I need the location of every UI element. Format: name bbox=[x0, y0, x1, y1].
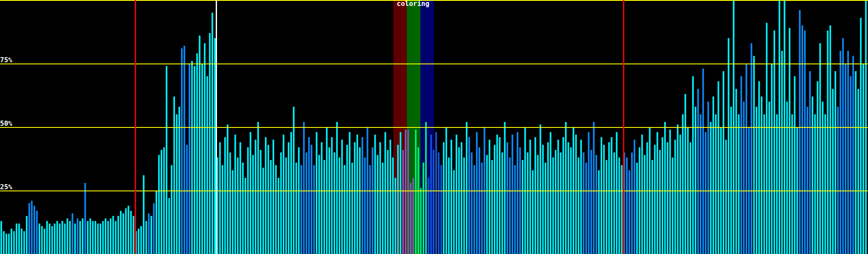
bar bbox=[852, 56, 854, 254]
bar bbox=[453, 170, 455, 254]
bar bbox=[115, 221, 117, 254]
bar bbox=[514, 165, 516, 254]
bar bbox=[280, 152, 282, 254]
bar bbox=[646, 142, 648, 254]
bar bbox=[283, 135, 284, 254]
bar bbox=[506, 142, 508, 254]
bar bbox=[362, 137, 363, 254]
bar bbox=[273, 140, 274, 254]
bar bbox=[458, 147, 460, 254]
bar bbox=[641, 135, 643, 254]
gridline-75 bbox=[0, 64, 868, 64]
bar bbox=[349, 132, 351, 254]
bar bbox=[540, 124, 541, 254]
bar bbox=[534, 137, 536, 254]
chart-title: coloring bbox=[397, 0, 429, 7]
bar bbox=[21, 229, 22, 254]
bar bbox=[178, 107, 180, 254]
bar bbox=[168, 198, 170, 254]
bar bbox=[67, 218, 68, 254]
bar bbox=[568, 142, 569, 254]
bar bbox=[130, 211, 132, 254]
bar bbox=[789, 28, 790, 254]
bar bbox=[552, 157, 554, 254]
bar bbox=[295, 163, 297, 254]
bar bbox=[232, 170, 234, 254]
bar bbox=[341, 140, 343, 254]
bar bbox=[156, 190, 157, 254]
bar bbox=[862, 64, 864, 254]
bar bbox=[351, 163, 353, 254]
bar bbox=[580, 140, 582, 254]
bar bbox=[468, 137, 470, 254]
bar bbox=[222, 165, 223, 254]
bar bbox=[481, 163, 483, 254]
bar bbox=[204, 43, 206, 254]
bar bbox=[196, 53, 198, 254]
bar bbox=[316, 132, 317, 254]
bar bbox=[781, 51, 783, 254]
bar bbox=[56, 221, 58, 254]
bar bbox=[402, 150, 404, 254]
bar bbox=[590, 150, 592, 254]
bar bbox=[397, 145, 399, 254]
bar bbox=[710, 122, 712, 254]
bar bbox=[768, 102, 770, 254]
bar bbox=[92, 221, 94, 254]
bar bbox=[74, 224, 76, 254]
bar bbox=[639, 147, 640, 254]
bar bbox=[730, 107, 732, 254]
profiler-bar-chart: 75%50%25% coloring bbox=[0, 0, 868, 254]
bar bbox=[150, 216, 152, 254]
bar bbox=[578, 157, 579, 254]
event-marker-red-2 bbox=[623, 0, 624, 254]
bar bbox=[112, 216, 114, 254]
bar bbox=[860, 18, 862, 254]
bar bbox=[618, 157, 620, 254]
bar bbox=[629, 170, 630, 254]
bar bbox=[49, 224, 50, 254]
bar bbox=[705, 132, 707, 254]
bar bbox=[814, 114, 816, 254]
bar bbox=[318, 155, 320, 254]
gridline-25 bbox=[0, 190, 868, 191]
bar bbox=[377, 155, 378, 254]
bar bbox=[120, 211, 122, 254]
bar bbox=[707, 102, 709, 254]
bar bbox=[761, 97, 762, 254]
bar bbox=[667, 142, 668, 254]
bar bbox=[278, 178, 279, 254]
bar bbox=[290, 132, 292, 254]
bar bbox=[695, 107, 696, 254]
bar bbox=[651, 160, 653, 254]
bar bbox=[794, 76, 796, 254]
bar bbox=[364, 157, 366, 254]
bar bbox=[153, 203, 155, 254]
bar bbox=[306, 152, 307, 254]
bar bbox=[631, 152, 633, 254]
bar bbox=[275, 165, 277, 254]
bar bbox=[158, 155, 160, 254]
bar bbox=[82, 218, 83, 254]
bar bbox=[840, 51, 841, 254]
bar bbox=[692, 76, 694, 254]
bar bbox=[662, 137, 663, 254]
bar bbox=[163, 147, 165, 254]
bar bbox=[245, 178, 246, 254]
bar bbox=[384, 132, 386, 254]
bar bbox=[260, 150, 262, 254]
bar bbox=[105, 218, 106, 254]
bar bbox=[626, 157, 628, 254]
bar bbox=[545, 163, 546, 254]
bar bbox=[550, 132, 551, 254]
bar bbox=[219, 142, 221, 254]
bar bbox=[461, 142, 462, 254]
bar bbox=[845, 64, 846, 254]
bar bbox=[97, 224, 99, 254]
bar bbox=[476, 132, 478, 254]
bar bbox=[372, 147, 373, 254]
bar bbox=[456, 135, 457, 254]
bar bbox=[323, 160, 325, 254]
bar bbox=[389, 140, 391, 254]
bar bbox=[560, 152, 562, 254]
